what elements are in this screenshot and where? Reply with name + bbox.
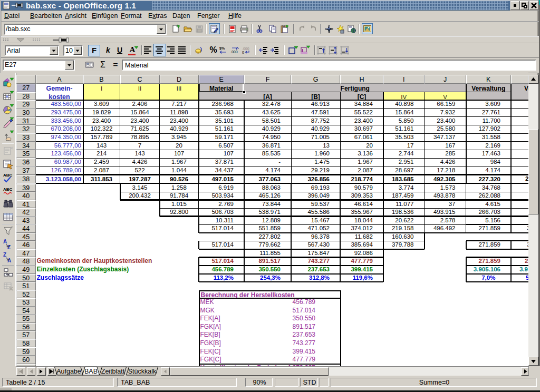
svg-text:Z: Z (3, 252, 6, 258)
svg-text:.000: .000 (230, 50, 238, 54)
svg-text:.000: .000 (242, 47, 249, 51)
svg-text:0: 0 (242, 51, 244, 54)
svg-text:ABC: ABC (3, 173, 13, 178)
svg-text:$%: $% (219, 46, 225, 51)
svg-text:A: A (3, 239, 7, 244)
svg-text:ABC: ABC (3, 187, 13, 192)
